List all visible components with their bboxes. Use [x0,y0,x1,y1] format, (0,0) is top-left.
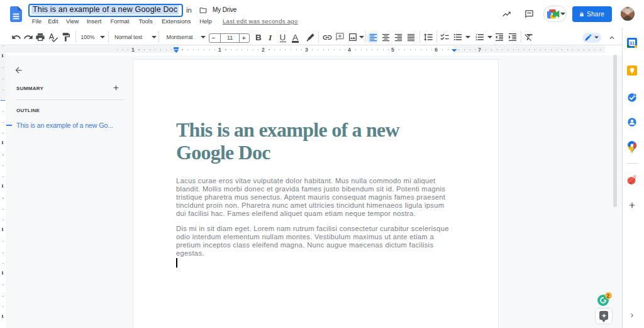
svg-text:31: 31 [630,40,635,46]
